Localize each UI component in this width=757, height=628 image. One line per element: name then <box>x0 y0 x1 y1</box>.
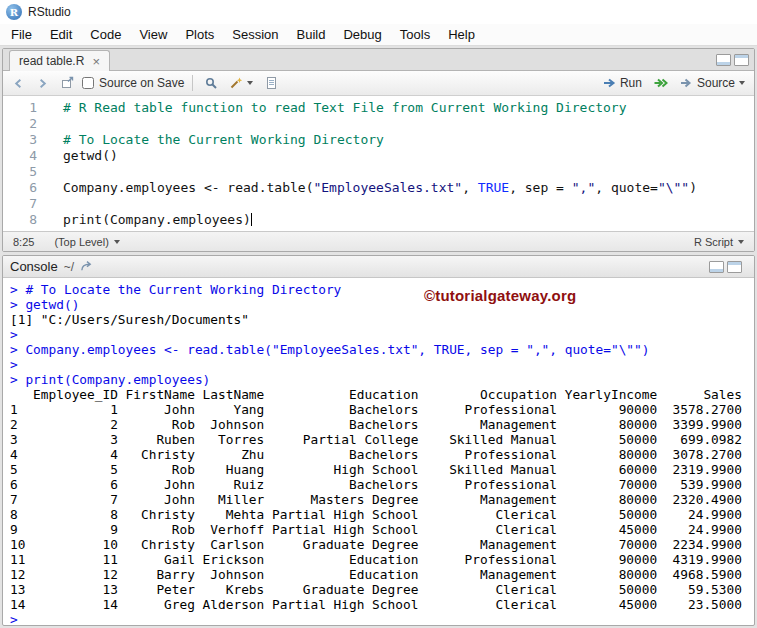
rerun-button[interactable] <box>650 74 671 92</box>
source-pane-window-buttons <box>716 54 754 66</box>
line-number: 5 <box>3 164 51 180</box>
rerun-icon <box>653 76 668 90</box>
code-token: ) <box>689 180 697 195</box>
report-icon <box>264 76 278 90</box>
watermark: ©tutorialgateway.org <box>424 287 576 304</box>
chevron-down-icon <box>247 81 253 85</box>
minimize-pane-button[interactable] <box>716 54 731 66</box>
editor-line: 1# R Read table function to read Text Fi… <box>3 100 754 116</box>
source-arrow-icon <box>679 76 693 90</box>
menu-item-tools[interactable]: Tools <box>391 25 439 44</box>
source-button[interactable]: Source <box>676 74 748 92</box>
console-line: 11 11 Gail Erickson Education Profession… <box>10 552 754 567</box>
goto-directory-arrow-icon[interactable] <box>80 260 93 273</box>
chevron-down-icon <box>738 240 744 244</box>
title-bar: R RStudio <box>0 0 757 24</box>
back-arrow-icon <box>12 77 25 90</box>
console-line: 13 13 Peter Krebs Graduate Degree Cleric… <box>10 582 754 597</box>
code-token: "," <box>572 180 595 195</box>
back-button[interactable] <box>9 75 28 92</box>
menu-item-build[interactable]: Build <box>288 25 335 44</box>
minimize-pane-button[interactable] <box>709 261 724 273</box>
code-editor[interactable]: 1# R Read table function to read Text Fi… <box>3 96 754 231</box>
chevron-down-icon <box>114 240 120 244</box>
source-label: Source <box>697 76 735 90</box>
menu-item-view[interactable]: View <box>130 25 176 44</box>
editor-tab-bar: read table.R × <box>3 49 754 71</box>
console-header: Console ~/ <box>3 256 754 278</box>
console-line: 3 3 Ruben Torres Partial College Skilled… <box>10 432 754 447</box>
console-line: > <box>10 357 754 372</box>
chevron-down-icon <box>739 81 745 85</box>
console-line: 5 5 Rob Huang High School Skilled Manual… <box>10 462 754 477</box>
maximize-pane-button[interactable] <box>727 261 742 273</box>
menu-item-edit[interactable]: Edit <box>41 25 81 44</box>
line-number: 3 <box>3 132 51 148</box>
popout-icon <box>60 76 74 90</box>
code-token: Company.employees <- read.table( <box>63 180 313 195</box>
code-token: getwd() <box>63 148 118 163</box>
code-token: # To Locate the Current Working Director… <box>63 132 384 147</box>
maximize-pane-button[interactable] <box>734 54 749 66</box>
line-number: 2 <box>3 116 51 132</box>
console-line: > # To Locate the Current Working Direct… <box>10 282 754 297</box>
console-line: 12 12 Barry Johnson Education Management… <box>10 567 754 582</box>
source-on-save-checkbox[interactable] <box>82 77 94 89</box>
console-line: 14 14 Greg Alderson Partial High School … <box>10 597 754 612</box>
run-label: Run <box>620 76 642 90</box>
menu-item-debug[interactable]: Debug <box>334 25 390 44</box>
menu-item-code[interactable]: Code <box>81 25 130 44</box>
line-number: 7 <box>3 196 51 212</box>
text-cursor <box>251 213 252 226</box>
menu-item-file[interactable]: File <box>2 25 41 44</box>
console-line: > <box>10 327 754 342</box>
console-line: 6 6 John Ruiz Bachelors Professional 700… <box>10 477 754 492</box>
console-pane: Console ~/ > # To Locate the Current Wor… <box>2 255 755 626</box>
console-line: Employee_ID FirstName LastName Education… <box>10 387 754 402</box>
tab-label: read table.R <box>19 54 84 68</box>
console-line: 7 7 John Miller Masters Degree Managemen… <box>10 492 754 507</box>
file-type-label: R Script <box>694 236 733 248</box>
open-new-window-button[interactable] <box>57 74 77 92</box>
find-replace-button[interactable] <box>201 74 221 92</box>
console-line: 10 10 Christy Carlson Graduate Degree Ma… <box>10 537 754 552</box>
editor-line: 8print(Company.employees) <box>3 212 754 228</box>
menu-item-plots[interactable]: Plots <box>176 25 223 44</box>
editor-status-bar: 8:25 (Top Level) R Script <box>3 231 754 251</box>
editor-line: 2 <box>3 116 754 132</box>
line-number: 4 <box>3 148 51 164</box>
run-button[interactable]: Run <box>599 74 645 92</box>
menu-item-help[interactable]: Help <box>439 25 484 44</box>
console-title: Console <box>10 259 58 274</box>
source-pane: read table.R × Source on Save <box>2 48 755 252</box>
code-token: # R Read table function to read Text Fil… <box>63 100 627 115</box>
close-icon[interactable]: × <box>92 55 100 68</box>
console-line: > print(Company.employees) <box>10 372 754 387</box>
source-on-save-label: Source on Save <box>99 76 184 90</box>
window-title: RStudio <box>28 5 71 19</box>
code-token: "EmployeeSales.txt" <box>313 180 462 195</box>
console-line: [1] "C:/Users/Suresh/Documents" <box>10 312 754 327</box>
scope-label: (Top Level) <box>54 236 108 248</box>
editor-toolbar: Source on Save Run Source <box>3 71 754 96</box>
file-type-selector[interactable]: R Script <box>694 236 744 248</box>
forward-button[interactable] <box>33 75 52 92</box>
tab-read-table[interactable]: read table.R × <box>9 50 110 71</box>
console-output[interactable]: > # To Locate the Current Working Direct… <box>3 278 754 625</box>
menu-item-session[interactable]: Session <box>223 25 287 44</box>
magnifier-icon <box>204 76 218 90</box>
editor-line: 4getwd() <box>3 148 754 164</box>
magic-wand-icon <box>229 76 243 90</box>
code-tools-button[interactable] <box>226 74 256 92</box>
working-directory-path: ~/ <box>64 260 74 274</box>
console-line: > Company.employees <- read.table("Emplo… <box>10 342 754 357</box>
line-number: 1 <box>3 100 51 116</box>
scope-selector[interactable]: (Top Level) <box>54 236 119 248</box>
line-number: 8 <box>3 212 51 228</box>
console-line: 9 9 Rob Verhoff Partial High School Cler… <box>10 522 754 537</box>
console-line: > getwd() <box>10 297 754 312</box>
editor-line: 5 <box>3 164 754 180</box>
code-token: "\"" <box>658 180 689 195</box>
compile-report-button[interactable] <box>261 74 281 92</box>
editor-line: 7 <box>3 196 754 212</box>
